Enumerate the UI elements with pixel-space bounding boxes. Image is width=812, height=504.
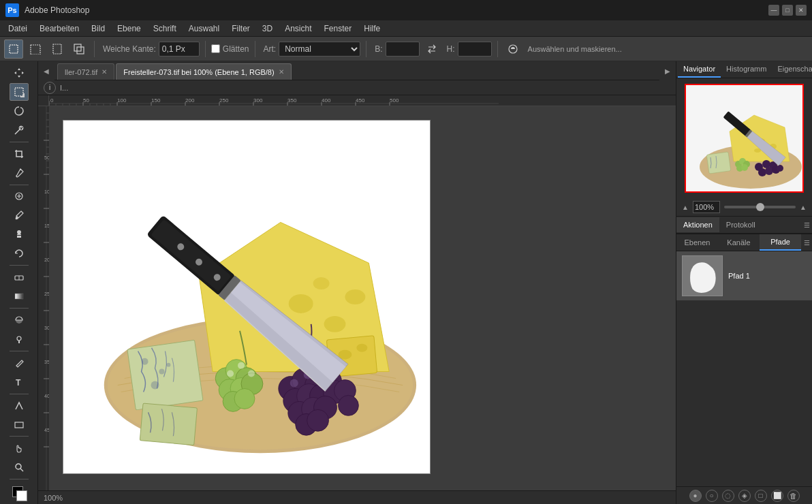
- layer-btn-circle-filled[interactable]: ●: [689, 490, 702, 502]
- canvas-scroll[interactable]: [49, 106, 676, 490]
- history-brush-tool[interactable]: [10, 245, 29, 262]
- eraser-tool[interactable]: [10, 268, 29, 286]
- zoom-increase-btn[interactable]: ▲: [800, 204, 807, 211]
- text-tool[interactable]: T: [10, 373, 29, 391]
- blur-tool[interactable]: [10, 311, 29, 329]
- rect-select-tool[interactable]: [10, 83, 29, 101]
- tab-file2[interactable]: Freisteller-073.tif bei 100% (Ebene 1, R…: [116, 63, 291, 80]
- zoom-percent-input[interactable]: [693, 201, 720, 213]
- menu-ebene[interactable]: Ebene: [112, 22, 146, 35]
- tab-navigator[interactable]: Navigator: [678, 61, 721, 78]
- feather-input[interactable]: [159, 42, 200, 57]
- nav-preview-thumbnail[interactable]: [685, 84, 804, 193]
- tab-eigenschaften[interactable]: Eigenschaf...: [772, 61, 812, 78]
- pen-tool[interactable]: [10, 354, 29, 372]
- gradient-tool[interactable]: [10, 287, 29, 305]
- tab-protokoll[interactable]: Protokoll: [719, 217, 762, 232]
- zoom-decrease-btn[interactable]: ▲: [682, 204, 689, 211]
- svg-text:T: T: [16, 378, 21, 388]
- art-select[interactable]: Normal Festes Seitenverhältnis Feste Grö…: [279, 42, 360, 57]
- tab-aktionen[interactable]: Aktionen: [676, 217, 719, 232]
- nav-preview-area: [676, 78, 812, 198]
- tab-scroll-left[interactable]: ◀: [38, 61, 54, 80]
- minimize-button[interactable]: —: [768, 5, 779, 16]
- menu-bearbeiten[interactable]: Bearbeiten: [34, 22, 84, 35]
- layer-btn-copy[interactable]: ⬜: [771, 490, 783, 502]
- tab2-close[interactable]: ✕: [279, 68, 284, 76]
- path-thumbnail-1: [682, 255, 723, 296]
- select-mask-btn[interactable]: [503, 40, 522, 59]
- menu-fenster[interactable]: Fenster: [319, 22, 358, 35]
- b-input[interactable]: [386, 42, 420, 57]
- rect-marquee-tool[interactable]: [4, 40, 23, 59]
- menu-ansicht[interactable]: Ansicht: [279, 22, 317, 35]
- tab1-close[interactable]: ✕: [102, 68, 107, 76]
- layer-btn-delete[interactable]: 🗑: [787, 490, 800, 502]
- layer-btn-dashed-circle[interactable]: ◌: [722, 490, 734, 502]
- menu-schrift[interactable]: Schrift: [148, 22, 182, 35]
- tab-scroll-right[interactable]: ▶: [659, 61, 676, 80]
- smooth-checkbox-label[interactable]: Glätten: [211, 44, 249, 54]
- layer-btn-diamond[interactable]: ◈: [738, 490, 751, 502]
- layer-btn-rect-outline[interactable]: □: [755, 490, 767, 502]
- svg-point-124: [339, 395, 359, 415]
- svg-point-107: [227, 371, 234, 377]
- tab-ebenen[interactable]: Ebenen: [676, 235, 718, 250]
- tab-kanaele[interactable]: Kanäle: [718, 235, 760, 250]
- main-area: T ◀ ller-072.tif ✕: [0, 61, 812, 504]
- dodge-tool[interactable]: [10, 330, 29, 348]
- zoom-slider-thumb[interactable]: [756, 203, 764, 211]
- menu-datei[interactable]: Datei: [3, 22, 33, 35]
- select-mask-label[interactable]: Auswählen und maskieren...: [528, 45, 622, 53]
- single-col-marquee-tool[interactable]: [48, 40, 67, 59]
- svg-rect-141: [706, 152, 731, 174]
- crop-tool[interactable]: [10, 145, 29, 163]
- color-swatches[interactable]: [10, 484, 29, 501]
- left-sep-1: [10, 142, 29, 142]
- menu-hilfe[interactable]: Hilfe: [358, 22, 386, 35]
- tab-file1[interactable]: ller-072.tif ✕: [57, 63, 114, 80]
- eyedropper-tool[interactable]: [10, 164, 29, 182]
- brush-tool[interactable]: [10, 206, 29, 224]
- svg-rect-4: [77, 47, 84, 54]
- magic-wand-tool[interactable]: [10, 121, 29, 139]
- background-color[interactable]: [16, 490, 27, 501]
- svg-point-95: [159, 369, 164, 375]
- layers-panel-menu[interactable]: ☰: [801, 234, 812, 251]
- maximize-button[interactable]: □: [782, 5, 793, 16]
- stamp-tool[interactable]: [10, 225, 29, 243]
- layer-btn-circle[interactable]: ○: [706, 490, 718, 502]
- lasso-tool[interactable]: [10, 102, 29, 120]
- tab-histogramm[interactable]: Histogramm: [721, 61, 772, 78]
- zoom-slider[interactable]: [724, 206, 796, 208]
- hand-tool[interactable]: [10, 439, 29, 457]
- intersect-tool[interactable]: [69, 40, 89, 59]
- zoom-tool[interactable]: [10, 458, 29, 476]
- aktionen-panel-menu[interactable]: ☰: [801, 217, 812, 233]
- path-select-tool[interactable]: [10, 397, 29, 415]
- svg-marker-7: [20, 93, 25, 97]
- svg-text:200: 200: [185, 97, 195, 104]
- menu-filter[interactable]: Filter: [226, 22, 255, 35]
- tab-pfade[interactable]: Pfade: [760, 234, 801, 251]
- swap-btn[interactable]: [422, 40, 441, 59]
- path-item-1[interactable]: Pfad 1: [676, 251, 812, 300]
- svg-text:400: 400: [44, 394, 49, 398]
- left-sep-5: [10, 351, 29, 351]
- shape-tool[interactable]: [10, 415, 29, 433]
- svg-rect-12: [15, 294, 23, 299]
- left-sep-4: [10, 308, 29, 309]
- heal-tool[interactable]: [10, 187, 29, 205]
- close-button[interactable]: ✕: [796, 5, 807, 16]
- menu-bild[interactable]: Bild: [86, 22, 110, 35]
- move-tool[interactable]: [10, 64, 29, 82]
- info-button[interactable]: i: [44, 82, 56, 94]
- menu-3d[interactable]: 3D: [257, 22, 278, 35]
- food-illustration: [63, 127, 430, 467]
- smooth-checkbox[interactable]: [211, 44, 220, 53]
- menu-auswahl[interactable]: Auswahl: [183, 22, 225, 35]
- h-input[interactable]: [458, 42, 492, 57]
- window-controls: — □ ✕: [768, 5, 807, 16]
- canvas-frame: [63, 120, 431, 474]
- single-row-marquee-tool[interactable]: [26, 40, 45, 59]
